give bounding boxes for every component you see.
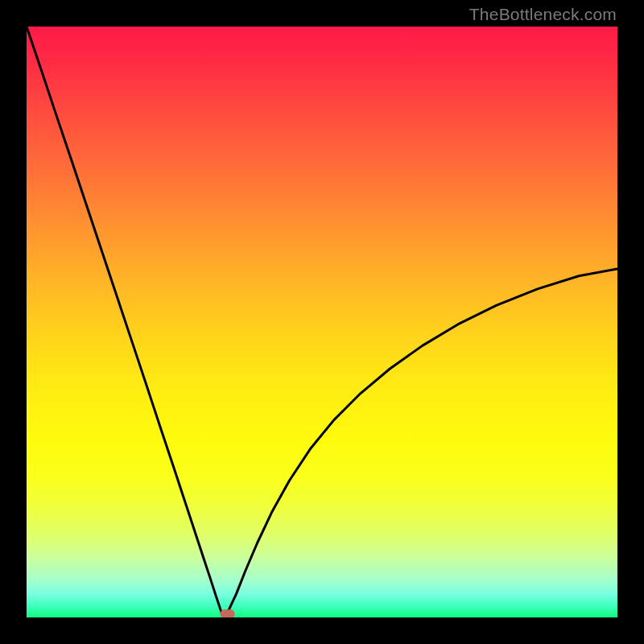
minimum-marker [221,609,235,617]
chart-svg [27,27,617,617]
watermark-text: TheBottleneck.com [469,5,617,24]
bottleneck-curve [27,27,617,616]
chart-frame: TheBottleneck.com [0,0,644,644]
plot-area [27,27,617,617]
